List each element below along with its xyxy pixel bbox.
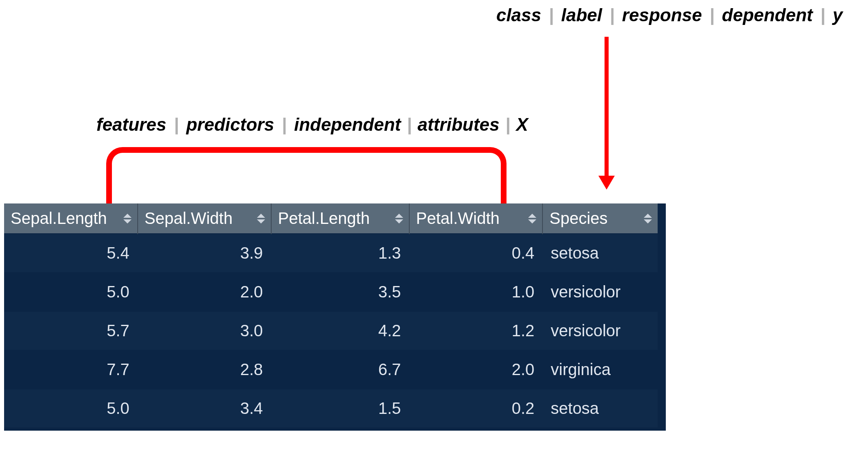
arrow-down-icon [605, 37, 609, 184]
term-attributes: attributes [417, 114, 499, 134]
separator-pipe: | [504, 114, 511, 134]
cell-sepal-length: 5.7 [4, 311, 138, 350]
separator-pipe: | [279, 114, 289, 134]
cell-petal-length: 6.7 [271, 350, 409, 389]
column-header-species[interactable]: Species [542, 203, 658, 234]
separator-pipe: | [546, 5, 556, 25]
column-header-label: Petal.Width [416, 209, 500, 227]
target-terminology-label: class | label | response | dependent | y [496, 5, 843, 25]
cell-sepal-length: 5.0 [4, 273, 138, 311]
separator-pipe: | [607, 5, 617, 25]
term-response: response [622, 5, 702, 25]
table-row: 5.4 3.9 1.3 0.4 setosa [4, 234, 658, 273]
sort-icon[interactable] [528, 214, 536, 223]
cell-petal-length: 1.3 [271, 234, 409, 273]
table-row: 7.7 2.8 6.7 2.0 virginica [4, 350, 658, 389]
column-header-label: Sepal.Width [145, 209, 233, 227]
cell-petal-width: 1.2 [409, 311, 543, 350]
cell-petal-width: 0.2 [409, 389, 543, 427]
column-header-label: Petal.Length [278, 209, 370, 227]
cell-sepal-length: 5.0 [4, 389, 138, 427]
column-header-label: Sepal.Length [11, 209, 107, 227]
separator-pipe: | [818, 5, 828, 25]
cell-petal-length: 4.2 [271, 311, 409, 350]
cell-sepal-length: 5.4 [4, 234, 138, 273]
separator-pipe: | [406, 114, 413, 134]
term-dependent: dependent [722, 5, 812, 25]
cell-sepal-width: 2.8 [138, 350, 271, 389]
term-y: y [833, 5, 843, 25]
column-header-sepal-width[interactable]: Sepal.Width [138, 203, 271, 234]
table-row: 5.7 3.0 4.2 1.2 versicolor [4, 311, 658, 350]
cell-sepal-width: 3.4 [138, 389, 271, 427]
cell-petal-width: 1.0 [409, 273, 543, 311]
cell-species: virginica [542, 350, 658, 389]
table-row: 5.0 2.0 3.5 1.0 versicolor [4, 273, 658, 311]
term-predictors: predictors [186, 114, 274, 134]
cell-sepal-width: 3.9 [138, 234, 271, 273]
separator-pipe: | [707, 5, 717, 25]
features-bracket-icon [106, 147, 507, 204]
term-features: features [96, 114, 166, 134]
term-label: label [561, 5, 602, 25]
term-independent: independent [294, 114, 401, 134]
table-header-row: Sepal.Length Sepal.Width Petal.Length Pe… [4, 203, 658, 234]
cell-petal-width: 2.0 [409, 350, 543, 389]
cell-petal-length: 3.5 [271, 273, 409, 311]
term-class: class [496, 5, 541, 25]
cell-species: setosa [542, 389, 658, 427]
column-header-label: Species [549, 209, 607, 227]
cell-sepal-width: 2.0 [138, 273, 271, 311]
cell-species: versicolor [542, 273, 658, 311]
table-row: 5.0 3.4 1.5 0.2 setosa [4, 389, 658, 427]
cell-species: setosa [542, 234, 658, 273]
separator-pipe: | [171, 114, 181, 134]
cell-sepal-width: 3.0 [138, 311, 271, 350]
cell-petal-width: 0.4 [409, 234, 543, 273]
sort-icon[interactable] [644, 214, 652, 223]
term-x: X [516, 114, 528, 134]
features-terminology-label: features | predictors | independent | at… [96, 114, 528, 135]
sort-icon[interactable] [123, 214, 132, 223]
column-header-petal-length[interactable]: Petal.Length [271, 203, 409, 234]
cell-sepal-length: 7.7 [4, 350, 138, 389]
cell-petal-length: 1.5 [271, 389, 409, 427]
iris-data-table: Sepal.Length Sepal.Width Petal.Length Pe… [4, 203, 666, 431]
column-header-sepal-length[interactable]: Sepal.Length [4, 203, 138, 234]
cell-species: versicolor [542, 311, 658, 350]
sort-icon[interactable] [395, 214, 403, 223]
column-header-petal-width[interactable]: Petal.Width [409, 203, 543, 234]
sort-icon[interactable] [257, 214, 265, 223]
